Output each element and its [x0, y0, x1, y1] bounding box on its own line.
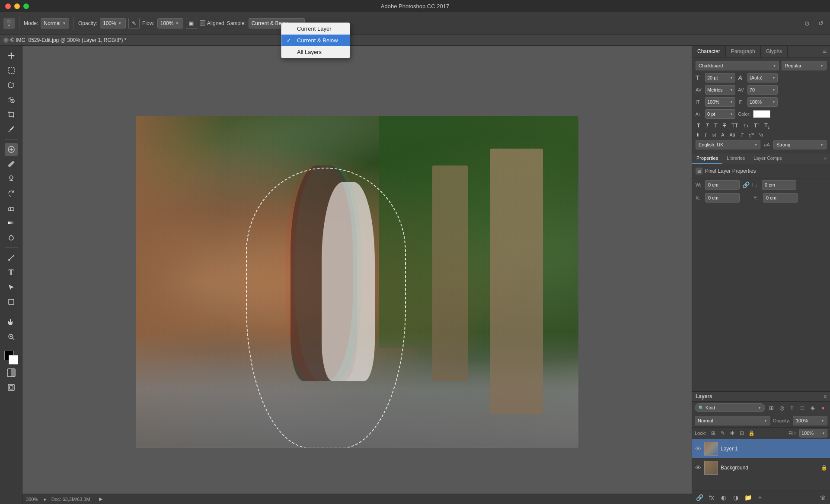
zoom-tool[interactable] [5, 330, 18, 343]
lock-image-button[interactable]: ✎ [719, 429, 727, 437]
airbrush-icon[interactable]: ▣ [186, 18, 197, 29]
flow-input[interactable]: 100% ▼ [157, 18, 183, 29]
color-swatch-character[interactable] [753, 110, 770, 118]
change-screen-mode[interactable] [5, 381, 18, 394]
canvas-image[interactable] [136, 116, 578, 447]
eraser-tool[interactable] [5, 202, 18, 215]
layer-filter-toggle[interactable]: ● [819, 403, 827, 412]
superscript-button[interactable]: T1 [752, 122, 760, 129]
link-layers-button[interactable]: 🔗 [695, 493, 704, 502]
aligned-option[interactable]: ✓ Aligned [200, 20, 224, 26]
layer-adjustment-filter[interactable]: ◎ [777, 403, 786, 412]
opacity-input[interactable]: 100% ▼ [100, 18, 126, 29]
bold-button[interactable]: T [696, 122, 702, 129]
subscript-button[interactable]: T1 [763, 121, 771, 130]
healing-brush-tool[interactable] [5, 143, 18, 156]
layers-filter-dropdown[interactable]: 🔍 Kind ▼ [695, 403, 765, 412]
new-group-button[interactable]: 📁 [743, 493, 753, 502]
history-brush-tool[interactable] [5, 187, 18, 200]
lock-pixels-button[interactable]: ⊞ [709, 429, 717, 437]
underline-button[interactable]: T [713, 122, 719, 129]
baseline-input[interactable]: 0 pt ▼ [705, 109, 735, 119]
delete-layer-button[interactable]: 🗑 [818, 493, 827, 502]
status-arrow[interactable]: ▶ [99, 496, 102, 502]
eyedropper-tool[interactable] [5, 123, 18, 136]
close-button[interactable] [5, 3, 11, 9]
lock-position-button[interactable]: ✚ [728, 429, 736, 437]
fraction-button[interactable]: ½ [758, 132, 764, 138]
lasso-tool[interactable] [5, 79, 18, 92]
layer-row-background[interactable]: 👁 Background 🔒 [692, 458, 830, 477]
brush-tool[interactable] [5, 158, 18, 171]
background-color[interactable] [9, 355, 18, 365]
gradient-tool[interactable] [5, 216, 18, 229]
small-caps-button[interactable]: Tт [742, 123, 750, 129]
font-size-input[interactable]: 20 pt ▼ [705, 73, 735, 82]
layer-mask-button[interactable]: ◐ [719, 493, 728, 502]
marquee-tool[interactable] [5, 64, 18, 77]
layer-shape-filter[interactable]: □ [798, 403, 807, 412]
minimize-button[interactable] [14, 3, 20, 9]
link-wh-icon[interactable]: 🔗 [742, 181, 750, 188]
x-input[interactable]: 0 cm [705, 193, 740, 203]
magic-wand-tool[interactable] [5, 93, 18, 106]
properties-expand-icon[interactable]: ≡ [820, 153, 830, 164]
color-swatch[interactable] [4, 351, 18, 365]
layer-type-filter[interactable]: T [788, 403, 796, 412]
adjustment-layer-button[interactable]: ◑ [731, 493, 741, 502]
rectangle-tool[interactable] [5, 295, 18, 308]
tab-glyphs[interactable]: Glyphs [761, 46, 788, 57]
brush-preset-picker[interactable]: 21 ● [3, 18, 15, 29]
layer1-visibility[interactable]: 👁 [695, 445, 702, 452]
layers-expand-icon[interactable]: ≡ [824, 393, 827, 399]
dropdown-item-current-layer[interactable]: Current Layer [281, 23, 350, 35]
stylistic-alt-button[interactable]: A [720, 132, 725, 138]
layer-pixel-filter[interactable]: ⊞ [767, 403, 776, 412]
discretionary-ligature-button[interactable]: ƒ [703, 132, 709, 138]
clone-stamp-tool[interactable] [5, 172, 18, 185]
fill-input[interactable]: 100% ▼ [799, 429, 827, 437]
strikethrough-button[interactable]: T [721, 122, 728, 129]
tab-paragraph[interactable]: Paragraph [726, 46, 761, 57]
move-tool[interactable] [5, 49, 18, 62]
scale-h-input[interactable]: 100% ▼ [705, 97, 735, 107]
layer-row-layer1[interactable]: 👁 Layer 1 [692, 439, 830, 458]
tab-layer-comps[interactable]: Layer Comps [749, 153, 786, 164]
layer-style-button[interactable]: fx [707, 493, 716, 502]
fullscreen-button[interactable] [23, 3, 29, 9]
y-input[interactable]: 0 cm [763, 193, 798, 203]
clone-source-icon[interactable]: ⊙ [801, 18, 813, 29]
scale-v-input[interactable]: 100% ▼ [747, 97, 778, 107]
quick-mask-tool[interactable] [5, 366, 18, 379]
oldstyle-figures-button[interactable]: T [739, 132, 745, 138]
superior-figures-button[interactable]: 1st [747, 132, 755, 139]
lock-artboard-button[interactable]: ⊡ [738, 429, 746, 437]
tab-close-button[interactable]: × [3, 38, 9, 43]
panel-expand-icon[interactable]: ≡ [819, 46, 830, 57]
layers-opacity-input[interactable]: 100% ▼ [793, 416, 827, 425]
dropdown-item-current-below[interactable]: ✓ Current & Below [281, 35, 350, 46]
tab-character[interactable]: Character [692, 46, 726, 57]
dropdown-item-all-layers[interactable]: All Layers [281, 46, 350, 58]
all-caps-button[interactable]: TT [730, 122, 740, 129]
ligature-button[interactable]: fi [696, 132, 701, 138]
h-input[interactable]: 0 cm [762, 180, 796, 190]
hand-tool[interactable] [5, 316, 18, 329]
mode-dropdown[interactable]: Normal ▼ [41, 18, 69, 29]
kerning-input[interactable]: 70 ▼ [747, 85, 778, 95]
font-style-dropdown[interactable]: Regular ▼ [782, 61, 827, 70]
italic-button[interactable]: T [704, 122, 710, 129]
leading-input[interactable]: (Auto) ▼ [747, 73, 778, 82]
language-dropdown[interactable]: English: UK ▼ [696, 140, 760, 149]
antialiasing-dropdown[interactable]: Strong ▼ [773, 140, 827, 149]
titling-alt-button[interactable]: Aã [728, 132, 737, 138]
crop-tool[interactable] [5, 108, 18, 121]
tab-libraries[interactable]: Libraries [722, 153, 749, 164]
brush-options-icon[interactable]: ✎ [128, 18, 140, 29]
layers-mode-dropdown[interactable]: Normal ▼ [695, 416, 770, 425]
w-input[interactable]: 0 cm [705, 180, 740, 190]
dodge-tool[interactable] [5, 231, 18, 244]
tracking-dropdown[interactable]: Metrics ▼ [705, 85, 735, 95]
type-tool[interactable]: T [5, 266, 18, 279]
layer-smartobj-filter[interactable]: ◈ [808, 403, 817, 412]
